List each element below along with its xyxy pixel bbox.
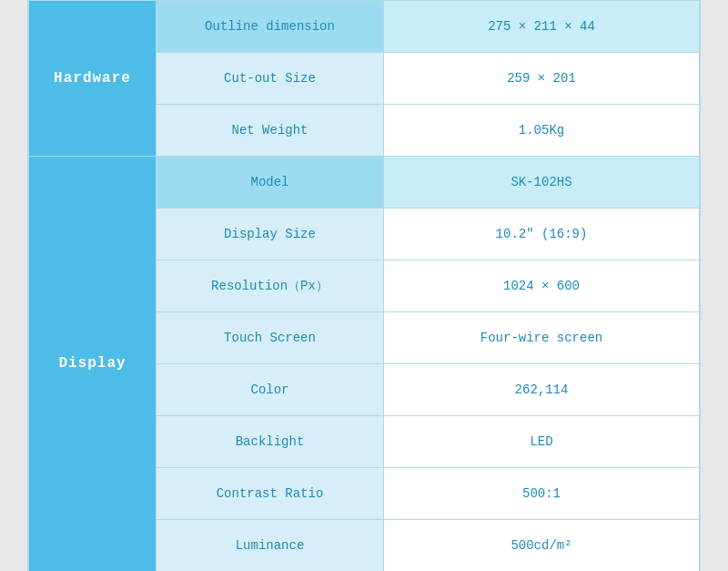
specs-table: HardwareOutline dimension275 × 211 × 44C… [28,0,700,571]
value-cell: 1.05Kg [384,104,700,156]
label-cell: Outline dimension [157,0,384,52]
category-cell-display: Display [29,156,157,571]
value-cell: SK-102HS [384,156,700,208]
value-cell: Four-wire screen [384,311,700,363]
value-cell: 500:1 [384,467,700,519]
label-cell: Backlight [157,415,384,467]
value-cell: 1024 × 600 [384,260,700,311]
label-cell: Cut-out Size [157,52,384,104]
category-cell-hardware: Hardware [29,0,157,156]
value-cell: 259 × 201 [384,52,700,104]
label-cell: Contrast Ratio [157,467,384,519]
value-cell: 10.2″ (16:9) [384,208,700,260]
value-cell: 275 × 211 × 44 [384,0,700,52]
label-cell: Touch Screen [157,311,384,363]
value-cell: 500cd/m² [384,519,700,571]
label-cell: Luminance [157,519,384,571]
value-cell: LED [384,415,700,467]
label-cell: Model [157,156,384,208]
label-cell: Net Weight [157,104,384,156]
label-cell: Resolution（Px） [157,260,384,311]
label-cell: Display Size [157,208,384,260]
value-cell: 262,114 [384,363,700,415]
label-cell: Color [157,363,384,415]
